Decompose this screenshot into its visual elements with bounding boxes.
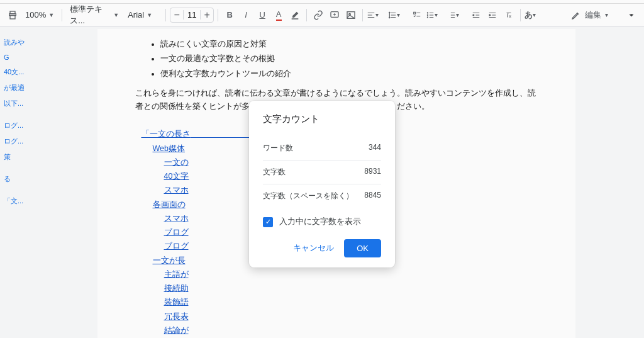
word-count-row: 文字数（スペースを除く）8845	[263, 184, 381, 208]
row-label: 文字数（スペースを除く）	[263, 191, 353, 201]
ok-button[interactable]: OK	[344, 239, 381, 257]
row-value: 344	[369, 143, 381, 154]
show-while-typing-checkbox[interactable]: ✓ 入力中に文字数を表示	[263, 217, 381, 227]
row-value: 8931	[364, 167, 381, 177]
cancel-button[interactable]: キャンセル	[288, 239, 339, 257]
row-value: 8845	[364, 191, 381, 201]
word-count-dialog: 文字カウント ワード数344文字数8931文字数（スペースを除く）8845 ✓ …	[249, 101, 395, 268]
dialog-title: 文字カウント	[263, 113, 381, 125]
row-label: ワード数	[263, 143, 293, 154]
checkbox-label: 入力中に文字数を表示	[279, 217, 361, 227]
word-count-row: 文字数8931	[263, 161, 381, 184]
modal-backdrop[interactable]: 文字カウント ワード数344文字数8931文字数（スペースを除く）8845 ✓ …	[0, 0, 644, 338]
row-label: 文字数	[263, 167, 286, 177]
word-count-row: ワード数344	[263, 137, 381, 161]
checkbox-checked-icon: ✓	[263, 217, 273, 227]
